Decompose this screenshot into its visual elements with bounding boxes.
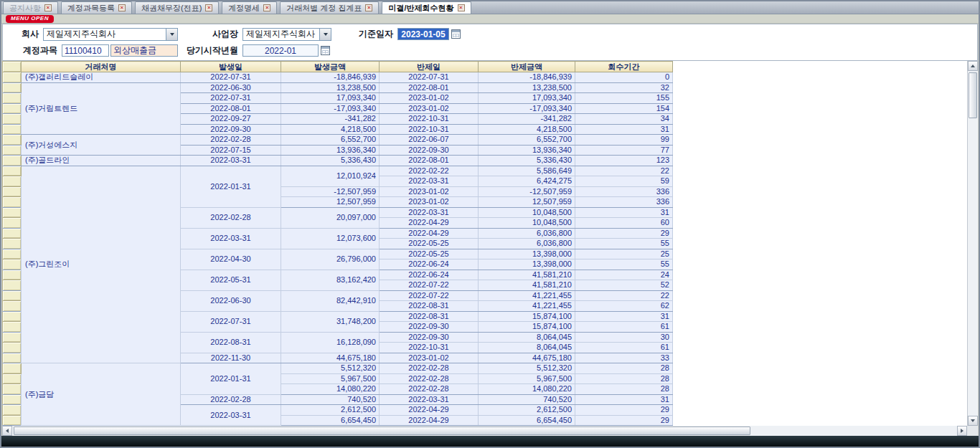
collect-days-cell[interactable]: 31 bbox=[575, 124, 673, 135]
column-header[interactable]: 발생금액 bbox=[281, 62, 380, 72]
settle-amount-cell[interactable]: 8,064,045 bbox=[479, 343, 575, 353]
vertical-scrollbar[interactable] bbox=[967, 61, 978, 426]
column-header[interactable]: 반제일 bbox=[380, 62, 479, 72]
settle-amount-cell[interactable]: 6,654,450 bbox=[479, 415, 575, 426]
collect-days-cell[interactable]: 77 bbox=[575, 145, 673, 156]
tab-close-icon[interactable]: ✕ bbox=[205, 4, 212, 11]
occur-date-cell[interactable]: 2022-05-31 bbox=[181, 270, 281, 290]
row-header-cell[interactable] bbox=[3, 259, 22, 270]
row-header-cell[interactable] bbox=[3, 322, 22, 333]
settle-date-cell[interactable]: 2022-02-22 bbox=[380, 166, 479, 176]
occur-date-cell[interactable]: 2022-01-31 bbox=[181, 166, 281, 207]
occur-amount-cell[interactable]: 83,162,420 bbox=[281, 270, 380, 290]
row-header-cell[interactable] bbox=[3, 124, 22, 135]
tab-6[interactable]: 미결/반제회수현황✕ bbox=[382, 1, 471, 14]
occur-amount-cell[interactable]: 14,080,220 bbox=[281, 384, 380, 395]
settle-date-cell[interactable]: 2022-08-31 bbox=[380, 301, 479, 312]
collect-days-cell[interactable]: 154 bbox=[575, 103, 673, 114]
settle-date-cell[interactable]: 2022-07-22 bbox=[380, 290, 479, 301]
settle-date-cell[interactable]: 2023-01-02 bbox=[380, 93, 479, 104]
settle-date-cell[interactable]: 2022-06-24 bbox=[380, 270, 479, 280]
occur-date-cell[interactable]: 2022-07-31 bbox=[181, 93, 281, 104]
occur-amount-cell[interactable]: -18,846,939 bbox=[281, 72, 380, 83]
settle-amount-cell[interactable]: 17,093,340 bbox=[479, 93, 575, 104]
settle-amount-cell[interactable]: -341,282 bbox=[479, 114, 575, 125]
settle-date-cell[interactable]: 2022-08-31 bbox=[380, 311, 479, 322]
calendar-icon[interactable] bbox=[321, 46, 330, 55]
collect-days-cell[interactable]: 60 bbox=[575, 218, 673, 229]
occur-date-cell[interactable]: 2022-07-15 bbox=[181, 145, 281, 156]
settle-amount-cell[interactable]: 10,048,500 bbox=[479, 207, 575, 218]
row-header-cell[interactable] bbox=[3, 373, 22, 384]
settle-amount-cell[interactable]: 6,036,800 bbox=[479, 239, 575, 249]
occur-amount-cell[interactable]: -341,282 bbox=[281, 114, 380, 125]
column-header[interactable]: 거래처명 bbox=[22, 62, 181, 72]
base-date-input[interactable]: 2023-01-05 bbox=[397, 28, 449, 40]
row-header-cell[interactable] bbox=[3, 156, 22, 166]
occur-date-cell[interactable]: 2022-06-30 bbox=[181, 290, 281, 311]
occur-amount-cell[interactable]: 5,512,320 bbox=[281, 363, 380, 374]
occur-amount-cell[interactable]: 12,507,959 bbox=[281, 197, 380, 208]
collect-days-cell[interactable]: 61 bbox=[575, 343, 673, 353]
row-header-cell[interactable] bbox=[3, 239, 22, 249]
settle-amount-cell[interactable]: 10,048,500 bbox=[479, 218, 575, 229]
settle-amount-cell[interactable]: 13,398,000 bbox=[479, 259, 575, 270]
vertical-scroll-thumb[interactable] bbox=[969, 72, 977, 118]
settle-date-cell[interactable]: 2022-10-31 bbox=[380, 343, 479, 353]
occur-amount-cell[interactable]: 13,936,340 bbox=[281, 145, 380, 156]
occur-date-cell[interactable]: 2022-09-30 bbox=[181, 124, 281, 135]
collect-days-cell[interactable]: 34 bbox=[575, 114, 673, 125]
settle-date-cell[interactable]: 2022-07-31 bbox=[380, 72, 479, 83]
settle-amount-cell[interactable]: 44,675,180 bbox=[479, 353, 575, 363]
settle-date-cell[interactable]: 2023-01-02 bbox=[380, 103, 479, 114]
collect-days-cell[interactable]: 29 bbox=[575, 405, 673, 416]
row-header-cell[interactable] bbox=[3, 249, 22, 259]
occur-amount-cell[interactable]: 5,336,430 bbox=[281, 156, 380, 166]
collect-days-cell[interactable]: 30 bbox=[575, 332, 673, 343]
row-header-cell[interactable] bbox=[3, 135, 22, 146]
occur-date-cell[interactable]: 2022-07-31 bbox=[181, 72, 281, 83]
collect-days-cell[interactable]: 52 bbox=[575, 280, 673, 291]
settle-date-cell[interactable]: 2022-02-28 bbox=[380, 373, 479, 384]
settle-amount-cell[interactable]: 13,936,340 bbox=[479, 145, 575, 156]
collect-days-cell[interactable]: 55 bbox=[575, 259, 673, 270]
occur-amount-cell[interactable]: 20,097,000 bbox=[281, 207, 380, 228]
row-header-cell[interactable] bbox=[3, 186, 22, 197]
settle-date-cell[interactable]: 2022-02-28 bbox=[380, 363, 479, 374]
row-header-cell[interactable] bbox=[3, 93, 22, 104]
settle-date-cell[interactable]: 2023-01-02 bbox=[380, 353, 479, 363]
row-header-cell[interactable] bbox=[3, 415, 22, 426]
bizplace-select[interactable]: 제일제지주식회사 bbox=[242, 28, 331, 41]
settle-date-cell[interactable]: 2022-09-30 bbox=[380, 322, 479, 333]
collect-days-cell[interactable]: 32 bbox=[575, 82, 673, 93]
occur-date-cell[interactable]: 2022-02-28 bbox=[181, 135, 281, 146]
period-start-input[interactable]: 2022-01 bbox=[242, 44, 319, 57]
row-header-cell[interactable] bbox=[3, 280, 22, 291]
occur-date-cell[interactable]: 2022-04-30 bbox=[181, 249, 281, 270]
settle-amount-cell[interactable]: 13,398,000 bbox=[479, 249, 575, 259]
occur-date-cell[interactable]: 2022-08-31 bbox=[181, 332, 281, 353]
occur-date-cell[interactable]: 2022-06-30 bbox=[181, 82, 281, 93]
settle-amount-cell[interactable]: 15,874,100 bbox=[479, 311, 575, 322]
collect-days-cell[interactable]: 22 bbox=[575, 166, 673, 176]
settle-amount-cell[interactable]: -18,846,939 bbox=[479, 72, 575, 83]
chevron-down-icon[interactable] bbox=[166, 29, 177, 40]
row-header-cell[interactable] bbox=[3, 405, 22, 416]
column-header[interactable]: 회수기간 bbox=[575, 62, 673, 72]
collect-days-cell[interactable]: 28 bbox=[575, 363, 673, 374]
settle-date-cell[interactable]: 2022-04-29 bbox=[380, 228, 479, 239]
settle-amount-cell[interactable]: 41,221,455 bbox=[479, 301, 575, 312]
settle-amount-cell[interactable]: 13,238,500 bbox=[479, 82, 575, 93]
tab-close-icon[interactable]: ✕ bbox=[263, 4, 270, 11]
row-header-cell[interactable] bbox=[3, 176, 22, 187]
settle-amount-cell[interactable]: 5,512,320 bbox=[479, 363, 575, 374]
customer-cell[interactable]: (주)골드라인 bbox=[22, 156, 181, 166]
collect-days-cell[interactable]: 55 bbox=[575, 239, 673, 249]
account-code-input[interactable]: 11100410 bbox=[62, 44, 109, 57]
occur-amount-cell[interactable]: 740,520 bbox=[281, 394, 380, 405]
collect-days-cell[interactable]: 24 bbox=[575, 270, 673, 280]
tab-3[interactable]: 채권채무장(전표)✕ bbox=[135, 1, 219, 14]
settle-date-cell[interactable]: 2022-08-01 bbox=[380, 82, 479, 93]
scroll-right-button[interactable] bbox=[957, 426, 967, 436]
occur-amount-cell[interactable]: -12,507,959 bbox=[281, 186, 380, 197]
